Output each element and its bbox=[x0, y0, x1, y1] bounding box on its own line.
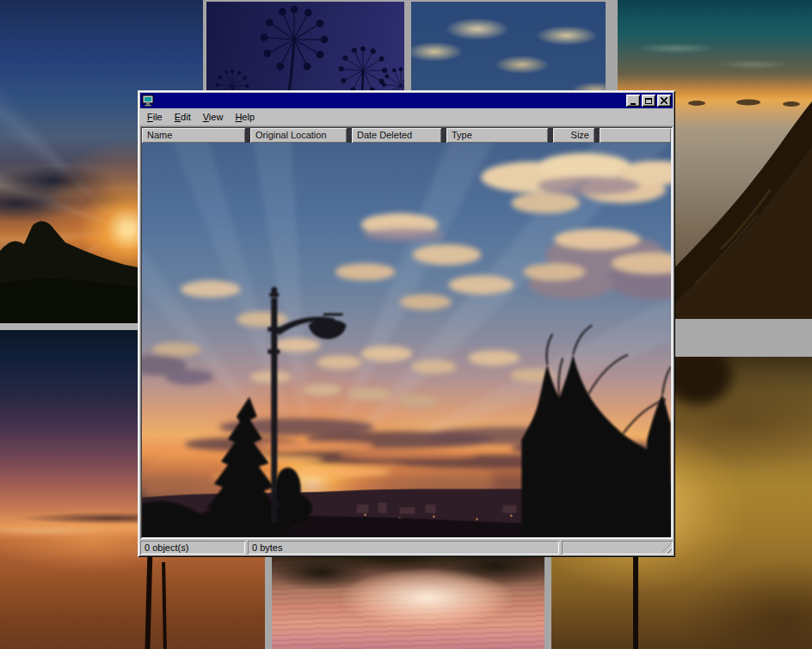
computer-icon bbox=[142, 95, 154, 107]
column-header-date-deleted[interactable]: Date Deleted bbox=[352, 128, 441, 143]
status-filler bbox=[562, 541, 673, 554]
sunset-lamp-scene bbox=[142, 143, 671, 537]
column-header-size[interactable]: Size bbox=[553, 128, 594, 143]
window-titlebar[interactable] bbox=[140, 93, 673, 108]
close-icon bbox=[661, 97, 667, 104]
status-object-count: 0 object(s) bbox=[140, 541, 245, 554]
desktop: File Edit View Help Name Original Locati… bbox=[0, 0, 812, 649]
status-bar: 0 object(s) 0 bytes bbox=[140, 539, 673, 554]
tree-stick-silhouette bbox=[162, 562, 167, 649]
menu-help[interactable]: Help bbox=[229, 110, 261, 125]
recycle-bin-window: File Edit View Help Name Original Locati… bbox=[138, 90, 675, 557]
maximize-icon bbox=[645, 98, 652, 104]
close-button[interactable] bbox=[657, 95, 671, 107]
content-photo-sunset bbox=[142, 143, 671, 537]
maximize-button[interactable] bbox=[642, 95, 655, 107]
menu-file[interactable]: File bbox=[141, 110, 169, 125]
list-view: Name Original Location Date Deleted Type… bbox=[140, 126, 673, 539]
minimize-icon bbox=[631, 103, 636, 105]
status-size: 0 bytes bbox=[248, 541, 559, 554]
pole-silhouette bbox=[633, 548, 638, 649]
menu-edit[interactable]: Edit bbox=[169, 110, 197, 125]
column-header-name[interactable]: Name bbox=[142, 128, 245, 143]
column-header-original-location[interactable]: Original Location bbox=[250, 128, 347, 143]
column-header-type[interactable]: Type bbox=[446, 128, 548, 143]
tree-stick-silhouette bbox=[145, 548, 152, 649]
minimize-button[interactable] bbox=[626, 95, 640, 107]
menu-bar: File Edit View Help bbox=[140, 108, 673, 126]
resize-grip[interactable] bbox=[661, 542, 672, 554]
column-headers: Name Original Location Date Deleted Type… bbox=[142, 128, 671, 143]
menu-view[interactable]: View bbox=[197, 110, 230, 125]
column-header-empty[interactable] bbox=[600, 128, 671, 143]
